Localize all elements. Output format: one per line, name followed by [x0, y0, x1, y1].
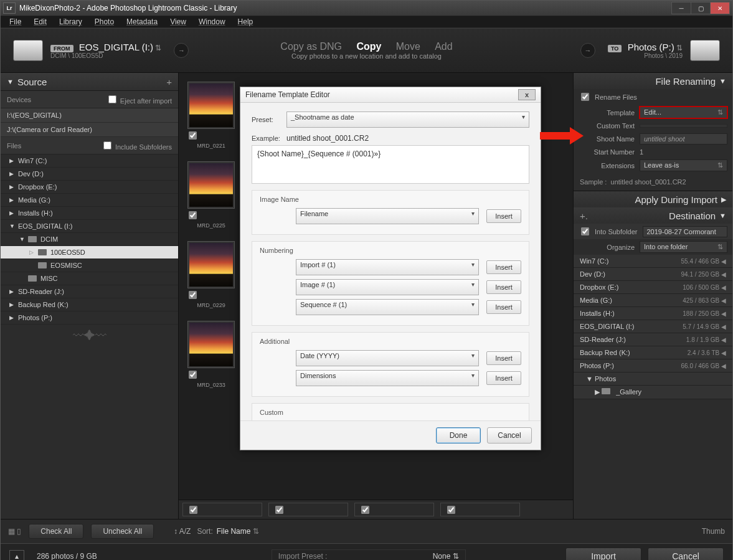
from-arrow-icon[interactable]: → [174, 43, 189, 58]
additional-dropdown-1[interactable]: Date (YYYY) [296, 350, 479, 366]
filename-template-dialog: Filename Template Editor x Preset:_Shoot… [240, 87, 541, 450]
include-subfolders-checkbox[interactable] [103, 141, 111, 149]
dialog-close-button[interactable]: x [518, 89, 536, 100]
drive-row[interactable]: ▶Dropbox (E:) [1, 181, 178, 194]
thumb-checkbox[interactable] [189, 371, 197, 379]
mode-copy[interactable]: Copy [356, 41, 381, 52]
dest-drive-row[interactable]: Photos (P:)66.0 / 466 GB ◀ [574, 359, 732, 373]
menu-edit[interactable]: Edit [27, 17, 53, 27]
thumb-checkbox[interactable] [189, 291, 197, 299]
eject-checkbox[interactable] [108, 95, 116, 103]
menu-metadata[interactable]: Metadata [120, 17, 164, 27]
filmstrip-cell[interactable] [440, 503, 520, 516]
folder-eosmisc[interactable]: EOSMISC [1, 259, 178, 272]
insert-button[interactable]: Insert [486, 351, 521, 365]
template-dropdown[interactable]: Edit...⇅ [640, 107, 727, 118]
organize-dropdown[interactable]: Into one folder⇅ [640, 241, 727, 253]
insert-button[interactable]: Insert [486, 280, 521, 294]
device-item[interactable]: I:\(EOS_DIGITAL) [1, 108, 178, 123]
drive-row[interactable]: ▶Installs (H:) [1, 207, 178, 220]
to-arrow-icon[interactable]: → [580, 43, 595, 58]
menu-library[interactable]: Library [53, 17, 88, 27]
right-panel: File Renaming▼ Rename Files TemplateEdit… [573, 73, 732, 519]
dest-drive-row[interactable]: SD-Reader (J:)1.8 / 1.9 GB ◀ [574, 333, 732, 346]
menu-help[interactable]: Help [232, 17, 260, 27]
close-button[interactable]: ✕ [710, 2, 730, 14]
from-drive[interactable]: EOS_DIGITAL (I:) [79, 42, 153, 52]
destination-header[interactable]: +.Destination▼ [574, 207, 732, 224]
dest-drive-row[interactable]: Installs (H:)188 / 250 GB ◀ [574, 307, 732, 320]
thumb-checkbox[interactable] [189, 211, 197, 219]
uncheck-all-button[interactable]: Uncheck All [91, 524, 154, 539]
insert-button[interactable]: Insert [486, 209, 521, 223]
dest-drive-row[interactable]: Media (G:)425 / 863 GB ◀ [574, 294, 732, 307]
template-textbox[interactable]: {Shoot Name}_{Sequence # (0001)»} [252, 145, 529, 184]
filmstrip-cell[interactable] [354, 503, 434, 516]
drive-row-eos[interactable]: ▼EOS_DIGITAL (I:) [1, 220, 178, 233]
cancel-button[interactable]: Cancel [648, 548, 724, 560]
numbering-dropdown-1[interactable]: Import # (1) [296, 259, 479, 275]
image-name-dropdown[interactable]: Filename [296, 208, 479, 224]
thumbnail[interactable]: MRD_0233 [187, 321, 235, 396]
mode-add[interactable]: Add [435, 41, 452, 52]
device-item[interactable]: J:\(Camera or Card Reader) [1, 123, 178, 137]
thumbnail[interactable]: MRD_0221 [187, 82, 235, 156]
dest-drive-row[interactable]: Backup Red (K:)2.4 / 3.6 TB ◀ [574, 346, 732, 359]
menu-file[interactable]: File [3, 17, 27, 27]
insert-button[interactable]: Insert [486, 300, 521, 314]
into-subfolder-checkbox[interactable] [581, 227, 589, 235]
thumb-checkbox[interactable] [189, 131, 197, 140]
drive-row[interactable]: ▶Win7 (C:) [1, 154, 178, 168]
shoot-name-field[interactable]: untitled shoot [640, 133, 727, 145]
mode-copy-dng[interactable]: Copy as DNG [280, 41, 342, 52]
additional-dropdown-2[interactable]: Dimensions [296, 370, 479, 386]
folder-dcim[interactable]: ▼DCIM [1, 233, 178, 246]
sort-order-icon[interactable]: ↕ A/Z [174, 527, 191, 536]
drive-row[interactable]: ▶Backup Red (K:) [1, 298, 178, 311]
dest-drive-row[interactable]: Dropbox (E:)106 / 500 GB ◀ [574, 281, 732, 294]
minimize-button[interactable]: ─ [671, 2, 691, 14]
import-button[interactable]: Import [565, 548, 641, 560]
insert-button[interactable]: Insert [486, 260, 521, 274]
filmstrip-cell[interactable] [268, 503, 348, 516]
source-panel-header[interactable]: ▼Source+ [1, 73, 178, 91]
rename-files-checkbox[interactable] [581, 93, 589, 101]
menu-photo[interactable]: Photo [88, 17, 120, 27]
check-all-button[interactable]: Check All [29, 524, 83, 539]
dest-drive-row[interactable]: Win7 (C:)55.4 / 466 GB ◀ [574, 255, 732, 268]
filmstrip-cell[interactable] [182, 503, 262, 516]
subfolder-name-field[interactable]: 2019-08-27 Cormorant [643, 226, 728, 237]
start-number-value[interactable]: 1 [640, 148, 643, 156]
numbering-dropdown-2[interactable]: Image # (1) [296, 279, 479, 295]
file-renaming-header[interactable]: File Renaming▼ [574, 73, 732, 89]
dialog-cancel-button[interactable]: Cancel [487, 427, 532, 444]
drive-row[interactable]: ▶Dev (D:) [1, 168, 178, 181]
insert-button[interactable]: Insert [486, 371, 521, 385]
mode-move[interactable]: Move [396, 41, 420, 52]
done-button[interactable]: Done [436, 427, 481, 444]
folder-misc[interactable]: MISC [1, 272, 178, 285]
apply-during-import-header[interactable]: Apply During Import▶ [574, 191, 732, 207]
grid-view-icon[interactable]: ▦ ▯ [8, 527, 21, 536]
expand-filmstrip-button[interactable]: ▴ [9, 550, 24, 560]
drive-row[interactable]: ▶Photos (P:) [1, 311, 178, 325]
menu-view[interactable]: View [164, 17, 192, 27]
folder-100eos5d[interactable]: ▷100EOS5D [1, 246, 178, 259]
dest-tree-photos[interactable]: ▼ Photos [574, 373, 732, 386]
numbering-dropdown-3[interactable]: Sequence # (1) [296, 299, 479, 315]
menu-window[interactable]: Window [192, 17, 232, 27]
import-preset-dropdown[interactable]: None ⇅ [433, 552, 459, 560]
thumbnail[interactable]: MRD_0229 [187, 241, 235, 316]
extensions-dropdown[interactable]: Leave as-is⇅ [640, 159, 727, 171]
sort-dropdown[interactable]: File Name [217, 527, 251, 536]
to-drive[interactable]: Photos (P:) [628, 42, 674, 52]
maximize-button[interactable]: ▢ [691, 2, 711, 14]
thumbnail[interactable]: MRD_0225 [187, 161, 235, 236]
dest-tree-gallery[interactable]: ▶ _Gallery [574, 386, 732, 399]
drive-row[interactable]: ▶Media (G:) [1, 194, 178, 207]
dest-drive-row[interactable]: Dev (D:)94.1 / 250 GB ◀ [574, 268, 732, 281]
drive-row[interactable]: ▶SD-Reader (J:) [1, 285, 178, 298]
preset-dropdown[interactable]: _Shootname as date [286, 112, 529, 128]
dest-drive-icon [690, 40, 720, 61]
dest-drive-row[interactable]: EOS_DIGITAL (I:)5.7 / 14.9 GB ◀ [574, 320, 732, 333]
